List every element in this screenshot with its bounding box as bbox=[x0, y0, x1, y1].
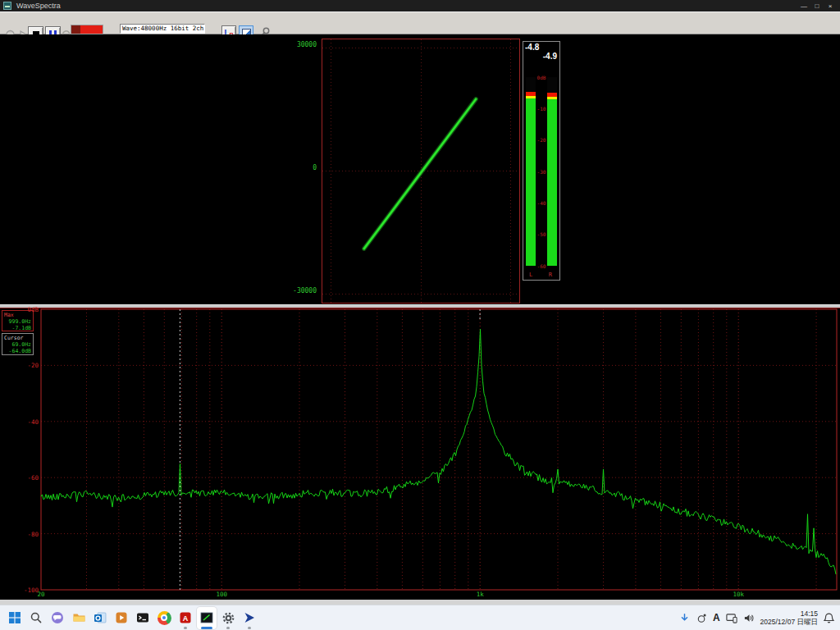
taskbar-terminal[interactable] bbox=[133, 607, 153, 629]
chrome-icon bbox=[158, 611, 171, 625]
taskbar-chat-app[interactable] bbox=[48, 607, 67, 629]
taskbar: A bbox=[0, 605, 840, 630]
cursor-label: Cursor bbox=[4, 335, 31, 341]
taskbar-media-player[interactable] bbox=[112, 607, 131, 629]
app-icon bbox=[3, 2, 11, 10]
taskbar-file-explorer[interactable] bbox=[69, 607, 89, 629]
meter-scale: 0dB-10-20-30-40-50-60 bbox=[536, 77, 547, 266]
spectrum-panel: Max 999.0Hz -7.1dB Cursor 69.0Hz -64.0dB… bbox=[0, 308, 840, 600]
media-player-icon bbox=[115, 611, 128, 624]
close-button[interactable]: × bbox=[824, 1, 837, 11]
meter-readout-left: -4.8 bbox=[525, 43, 539, 52]
clock[interactable]: 14:15 2025/12/07 日曜日 bbox=[760, 609, 818, 626]
spectrum-y-axis-label: -100 bbox=[0, 587, 39, 594]
maximize-button[interactable]: □ bbox=[810, 1, 824, 11]
spectrum-x-axis-label: 20 bbox=[37, 591, 44, 598]
hidden-icons-arrow-icon[interactable] bbox=[678, 612, 691, 624]
blue-app-icon bbox=[243, 611, 256, 624]
meter-scale-label: -40 bbox=[536, 200, 547, 206]
spectrum-x-axis-label: 100 bbox=[216, 591, 227, 598]
meter-scale-label: -30 bbox=[536, 169, 547, 175]
meter-bar-right-fill bbox=[547, 93, 557, 266]
clock-date: 2025/12/07 日曜日 bbox=[760, 618, 818, 626]
wave-info-field: Wave:48000Hz 16bit 2ch bbox=[120, 24, 205, 34]
scope-yzero-label: 0 bbox=[313, 164, 317, 171]
spectrum-y-axis-label: -40 bbox=[0, 418, 39, 426]
spectrum-x-axis-label: 1k bbox=[477, 591, 484, 598]
scope-axis-labels: 30000 0 -30000 bbox=[276, 34, 318, 308]
clock-time: 14:15 bbox=[760, 609, 818, 618]
outlook-icon bbox=[94, 611, 107, 624]
lissajous-scope[interactable] bbox=[322, 39, 520, 304]
meter-channel-left-label: L bbox=[529, 272, 532, 278]
running-indicator bbox=[248, 627, 251, 629]
taskbar-outlook[interactable] bbox=[90, 607, 110, 629]
cursor-info-box: Cursor 69.0Hz -64.0dB bbox=[2, 333, 34, 355]
windows-logo-icon bbox=[8, 611, 21, 624]
folder-icon bbox=[72, 611, 86, 624]
taskbar-chrome[interactable] bbox=[154, 607, 174, 629]
gear-icon bbox=[221, 611, 235, 625]
volume-icon[interactable] bbox=[743, 612, 756, 624]
window-title: WaveSpectra bbox=[16, 2, 61, 10]
system-tray: A 14:15 2025/12/07 日曜日 bbox=[678, 609, 835, 626]
meter-bar-left-fill bbox=[526, 92, 536, 266]
meter-readout-right: -4.9 bbox=[543, 52, 557, 61]
meter-scale-label: -10 bbox=[536, 106, 547, 112]
spectrum-y-axis-label: 0dB bbox=[0, 306, 39, 313]
taskbar-acrobat[interactable]: A bbox=[176, 607, 195, 629]
cursor-level-value: -64.0dB bbox=[4, 348, 31, 354]
meter-bar-right bbox=[547, 77, 557, 266]
window-controls: — □ × bbox=[797, 1, 837, 11]
wavespectra-icon bbox=[200, 611, 213, 624]
meter-scale-label: -50 bbox=[536, 231, 547, 237]
title-bar: WaveSpectra — □ × bbox=[0, 0, 840, 11]
record-level-indicator bbox=[71, 25, 103, 34]
network-display-icon[interactable] bbox=[725, 612, 738, 624]
svg-text:A: A bbox=[183, 614, 189, 623]
lissajous-plot bbox=[322, 39, 519, 303]
meter-scale-label: -60 bbox=[536, 263, 547, 269]
taskbar-settings[interactable] bbox=[218, 607, 238, 629]
meter-scale-label: -20 bbox=[536, 137, 547, 143]
tray-device-icon[interactable] bbox=[696, 612, 708, 624]
scope-ymax-label: 30000 bbox=[297, 41, 317, 48]
search-icon bbox=[30, 611, 43, 624]
acrobat-icon: A bbox=[179, 611, 192, 624]
running-indicator bbox=[226, 627, 230, 629]
screen: WaveSpectra — □ × bbox=[0, 0, 840, 630]
start-button[interactable] bbox=[5, 607, 25, 629]
spectrum-y-axis-label: -80 bbox=[0, 531, 39, 538]
max-freq-value: 999.0Hz bbox=[4, 318, 31, 325]
spectrum-y-axis-label: -20 bbox=[0, 362, 39, 369]
ime-indicator[interactable]: A bbox=[713, 612, 720, 623]
taskbar-search-button[interactable] bbox=[26, 607, 46, 629]
running-indicator bbox=[184, 627, 187, 629]
active-app-indicator bbox=[201, 627, 212, 629]
chat-icon bbox=[51, 611, 64, 624]
spectrum-plot[interactable] bbox=[0, 308, 840, 600]
taskbar-blue-app[interactable] bbox=[240, 607, 259, 629]
max-level-value: -7.1dB bbox=[4, 325, 31, 331]
meter-channel-right-label: R bbox=[549, 272, 552, 278]
spectrum-y-axis-label: -60 bbox=[0, 474, 39, 482]
taskbar-apps: A bbox=[5, 607, 259, 629]
meter-scale-label: 0dB bbox=[536, 75, 547, 80]
cursor-freq-value: 69.0Hz bbox=[4, 341, 31, 348]
toolbar: Wave:48000Hz 16bit 2ch FFT:32768 Rect. f… bbox=[0, 11, 840, 34]
notification-bell-icon[interactable] bbox=[823, 612, 835, 624]
terminal-icon bbox=[136, 611, 149, 624]
scope-panel: 30000 0 -30000 -4.8 -4.9 0dB-10-20-30-40… bbox=[0, 34, 840, 308]
meter-bar-left bbox=[526, 77, 536, 266]
meter-track: 0dB-10-20-30-40-50-60 bbox=[524, 77, 559, 266]
level-meter-panel: -4.8 -4.9 0dB-10-20-30-40-50-60 L R bbox=[523, 41, 560, 281]
scope-ymin-label: -30000 bbox=[293, 287, 317, 294]
spectrum-x-axis-label: 10k bbox=[733, 591, 744, 598]
minimize-button[interactable]: — bbox=[797, 1, 810, 11]
taskbar-wavespectra[interactable] bbox=[197, 607, 217, 629]
